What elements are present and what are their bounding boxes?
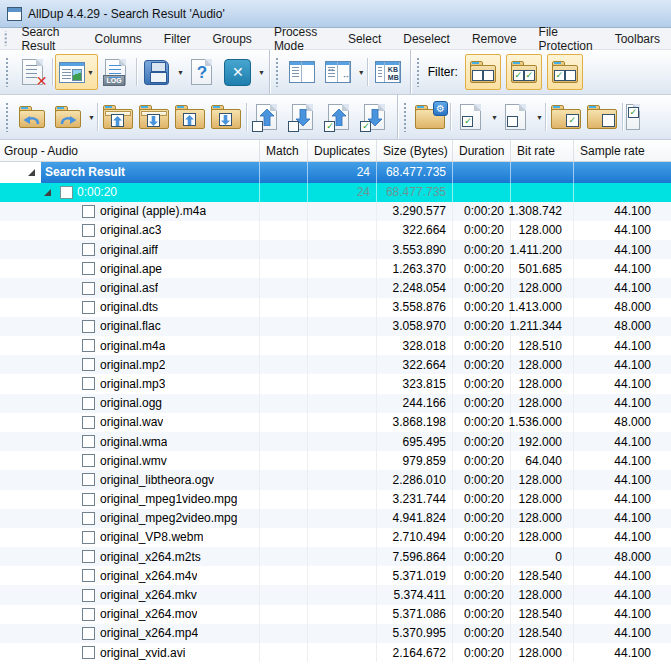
table-row[interactable]: original_x264.mkv 5.374.411 0:00:20 128.…	[0, 585, 671, 604]
column-width-button[interactable]: ↔ ↔	[320, 54, 356, 90]
close-window-button[interactable]: ✕	[220, 54, 256, 90]
table-row[interactable]: original.mp3 323.815 0:00:20 128.000 44.…	[0, 374, 671, 393]
menu-search-result[interactable]: Search Result	[10, 28, 83, 49]
chevron-down-icon[interactable]: ▼	[536, 114, 543, 121]
header-duplicates[interactable]: Duplicates	[308, 140, 377, 161]
expand-triangle-icon[interactable]	[28, 169, 35, 176]
chevron-down-icon[interactable]: ▼	[258, 69, 265, 76]
row-checkbox[interactable]	[82, 320, 95, 333]
menu-process-mode[interactable]: Process Mode	[263, 28, 337, 49]
toolbar-grip[interactable]	[416, 57, 421, 87]
subgroup-checkbox[interactable]	[60, 186, 73, 199]
filter-partial-checked-button[interactable]: ✓	[547, 54, 583, 90]
table-row[interactable]: original_x264.mp4 5.370.995 0:00:20 128.…	[0, 624, 671, 643]
select-folder-button[interactable]: ✓	[548, 99, 584, 135]
row-checkbox[interactable]	[82, 454, 95, 467]
header-samplerate[interactable]: Sample rate	[574, 140, 671, 161]
table-row[interactable]: original.dts 3.558.876 0:00:20 1.413.000…	[0, 298, 671, 317]
chevron-down-icon[interactable]: ▼	[87, 69, 94, 76]
table-row[interactable]: original.wma 695.495 0:00:20 192.000 44.…	[0, 432, 671, 451]
subgroup-row-duration[interactable]: 0:00:20 24 68.477.735	[0, 183, 671, 202]
undo-button[interactable]	[14, 99, 50, 135]
menu-groups[interactable]: Groups	[202, 28, 263, 49]
chevron-down-icon[interactable]: ▼	[88, 114, 95, 121]
table-row[interactable]: original.mp2 322.664 0:00:20 128.000 44.…	[0, 355, 671, 374]
preview-toggle-button[interactable]: ▼	[55, 54, 98, 90]
header-bitrate[interactable]: Bit rate	[511, 140, 574, 161]
open-source-folder-down-button[interactable]	[136, 99, 172, 135]
row-checkbox[interactable]	[82, 358, 95, 371]
row-checkbox[interactable]	[82, 301, 95, 314]
toolbar-grip[interactable]	[5, 102, 10, 132]
row-checkbox[interactable]	[82, 569, 95, 582]
table-row[interactable]: original.asf 2.248.054 0:00:20 128.000 4…	[0, 278, 671, 297]
row-checkbox[interactable]	[82, 473, 95, 486]
select-file-button[interactable]: ✓	[453, 99, 489, 135]
folder-options-button[interactable]: ⚙	[412, 99, 448, 135]
row-checkbox[interactable]	[82, 377, 95, 390]
table-row[interactable]: original.ogg 244.166 0:00:20 128.000 44.…	[0, 394, 671, 413]
group-row-search-result[interactable]: Search Result 24 68.477.735	[0, 162, 671, 183]
source-folder-up-button[interactable]	[172, 99, 208, 135]
table-row[interactable]: original (apple).m4a 3.290.577 0:00:20 1…	[0, 202, 671, 221]
menu-file-protection[interactable]: File Protection	[528, 28, 604, 49]
table-row[interactable]: original_xvid.avi 2.164.672 0:00:20 128.…	[0, 643, 671, 662]
header-size[interactable]: Size (Bytes)	[377, 140, 453, 161]
chevron-down-icon[interactable]: ▼	[491, 114, 498, 121]
table-row[interactable]: original_mpeg2video.mpg 4.941.824 0:00:2…	[0, 509, 671, 528]
row-checkbox[interactable]	[82, 512, 95, 525]
table-row[interactable]: original.wmv 979.859 0:00:20 64.040 44.1…	[0, 451, 671, 470]
row-checkbox[interactable]	[82, 339, 95, 352]
menu-filter[interactable]: Filter	[153, 28, 202, 49]
table-row[interactable]: original.flac 3.058.970 0:00:20 1.211.34…	[0, 317, 671, 336]
row-checkbox[interactable]	[82, 397, 95, 410]
header-duration[interactable]: Duration	[453, 140, 511, 161]
row-checkbox[interactable]	[82, 282, 95, 295]
table-row[interactable]: original_x264.m2ts 7.596.864 0:00:20 0 4…	[0, 547, 671, 566]
menu-toolbars[interactable]: Toolbars	[604, 28, 671, 49]
toolbar-grip[interactable]	[403, 102, 408, 132]
table-row[interactable]: original_libtheora.ogv 2.286.010 0:00:20…	[0, 470, 671, 489]
row-checkbox[interactable]	[82, 646, 95, 659]
table-row[interactable]: original_x264.mov 5.371.086 0:00:20 128.…	[0, 605, 671, 624]
chevron-down-icon[interactable]: ▼	[358, 69, 365, 76]
menu-deselect[interactable]: Deselect	[392, 28, 461, 49]
table-row[interactable]: original.ac3 322.664 0:00:20 128.000 44.…	[0, 221, 671, 240]
toolbar-grip[interactable]	[275, 57, 280, 87]
table-row[interactable]: original_VP8.webm 2.710.494 0:00:20 128.…	[0, 528, 671, 547]
table-row[interactable]: original.aiff 3.553.890 0:00:20 1.411.20…	[0, 240, 671, 259]
move-file-down-button[interactable]	[285, 99, 321, 135]
help-button[interactable]: ?	[184, 54, 220, 90]
filter-none-checked-button[interactable]	[465, 54, 501, 90]
header-match[interactable]: Match	[260, 140, 308, 161]
toolbar-grip[interactable]	[5, 57, 10, 87]
table-row[interactable]: original_x264.m4v 5.371.019 0:00:20 128.…	[0, 566, 671, 585]
table-row[interactable]: original.ape 1.263.370 0:00:20 501.685 4…	[0, 259, 671, 278]
move-file-up-button[interactable]	[249, 99, 285, 135]
move-checked-down-button[interactable]: ✓	[357, 99, 393, 135]
save-result-button[interactable]	[139, 54, 175, 90]
row-checkbox[interactable]	[82, 262, 95, 275]
row-checkbox[interactable]	[82, 550, 95, 563]
row-checkbox[interactable]	[82, 589, 95, 602]
table-row[interactable]: original.wav 3.868.198 0:00:20 1.536.000…	[0, 413, 671, 432]
row-checkbox[interactable]	[82, 627, 95, 640]
expand-triangle-icon[interactable]	[44, 189, 51, 196]
row-checkbox[interactable]	[82, 205, 95, 218]
open-source-folder-up-button[interactable]	[100, 99, 136, 135]
menu-select[interactable]: Select	[337, 28, 392, 49]
menubar-grip[interactable]	[4, 31, 7, 46]
row-checkbox[interactable]	[82, 608, 95, 621]
redo-button[interactable]	[50, 99, 86, 135]
close-search-result-button[interactable]: ✕	[14, 54, 50, 90]
table-row[interactable]: original.m4a 328.018 0:00:20 128.510 44.…	[0, 336, 671, 355]
row-checkbox[interactable]	[82, 531, 95, 544]
table-row[interactable]: original_mpeg1video.mpg 3.231.744 0:00:2…	[0, 490, 671, 509]
column-visibility-button[interactable]	[284, 54, 320, 90]
select-group-button[interactable]: ✓	[625, 99, 641, 135]
deselect-folder-button[interactable]	[584, 99, 620, 135]
row-checkbox[interactable]	[82, 435, 95, 448]
row-checkbox[interactable]	[82, 416, 95, 429]
row-checkbox[interactable]	[82, 224, 95, 237]
header-group[interactable]: Group - Audio	[0, 140, 260, 161]
